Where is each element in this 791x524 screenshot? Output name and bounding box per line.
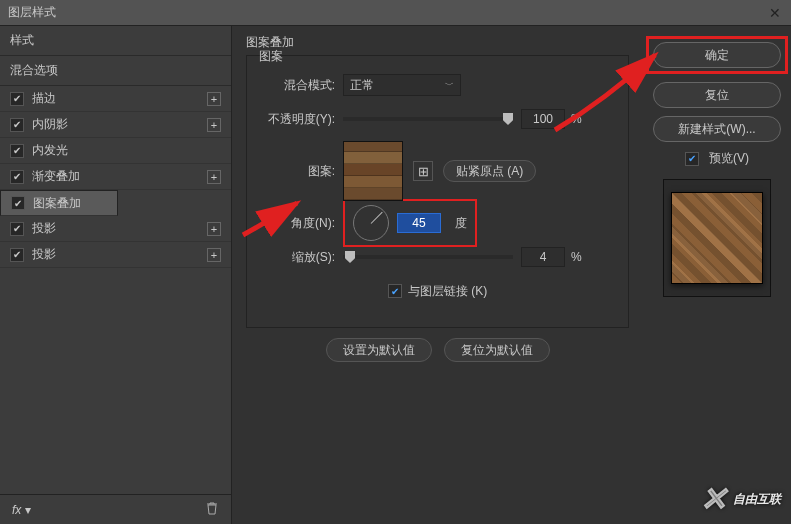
sidebar-item-label: 投影: [32, 220, 207, 237]
opacity-input[interactable]: 100: [521, 109, 565, 129]
scale-input[interactable]: 4: [521, 247, 565, 267]
close-icon[interactable]: ✕: [767, 5, 783, 21]
sidebar-item-label: 投影: [32, 246, 207, 263]
slider-thumb[interactable]: [503, 113, 513, 125]
new-style-button[interactable]: 新建样式(W)...: [653, 116, 781, 142]
sidebar-item-stroke[interactable]: ✔ 描边 +: [0, 86, 231, 112]
opacity-slider[interactable]: [343, 117, 513, 121]
checkbox-icon[interactable]: ✔: [10, 222, 24, 236]
scale-slider[interactable]: [343, 255, 513, 259]
checkbox-icon[interactable]: ✔: [10, 118, 24, 132]
fx-icon[interactable]: fx ▾: [12, 503, 31, 517]
add-effect-icon[interactable]: +: [207, 170, 221, 184]
slider-thumb[interactable]: [345, 251, 355, 263]
group-label: 图案: [259, 48, 620, 65]
sidebar-item-drop-shadow[interactable]: ✔ 投影 +: [0, 216, 231, 242]
angle-highlight: 45 度: [343, 199, 477, 247]
link-layer-label[interactable]: 与图层链接 (K): [408, 283, 487, 300]
add-effect-icon[interactable]: +: [207, 92, 221, 106]
styles-sidebar: 样式 混合选项 ✔ 描边 + ✔ 内阴影 + ✔ 内发光 ✔ 渐变叠加 + ✔ …: [0, 26, 232, 524]
checkbox-icon[interactable]: ✔: [388, 284, 402, 298]
scale-label: 缩放(S):: [255, 249, 335, 266]
action-column: 确定 复位 新建样式(W)... ✔ 预览(V): [643, 26, 791, 524]
sidebar-item-drop-shadow-2[interactable]: ✔ 投影 +: [0, 242, 231, 268]
checkbox-icon[interactable]: ✔: [10, 248, 24, 262]
pattern-label: 图案:: [255, 163, 335, 180]
set-default-button[interactable]: 设置为默认值: [326, 338, 432, 362]
sidebar-item-label: 描边: [32, 90, 207, 107]
sidebar-item-label: 渐变叠加: [32, 168, 207, 185]
preview-box: [663, 179, 771, 297]
snap-origin-button[interactable]: 贴紧原点 (A): [443, 160, 536, 182]
ok-highlight: 确定: [646, 36, 788, 74]
pattern-group: 图案 混合模式: 正常 ﹀ 不透明度(Y): 100 % 图案: ⊞: [246, 55, 629, 328]
sidebar-item-label: 内发光: [32, 142, 221, 159]
blend-mode-select[interactable]: 正常 ﹀: [343, 74, 461, 96]
sidebar-item-gradient-overlay[interactable]: ✔ 渐变叠加 +: [0, 164, 231, 190]
sidebar-header: 样式: [0, 26, 231, 56]
checkbox-icon[interactable]: ✔: [10, 144, 24, 158]
sidebar-item-label: 图案叠加: [33, 195, 107, 212]
preview-swatch: [671, 192, 763, 284]
checkbox-icon[interactable]: ✔: [10, 92, 24, 106]
title-bar: 图层样式 ✕: [0, 0, 791, 26]
opacity-label: 不透明度(Y):: [255, 111, 335, 128]
scale-unit: %: [571, 250, 582, 264]
new-pattern-icon[interactable]: ⊞: [413, 161, 433, 181]
angle-unit: 度: [455, 215, 467, 232]
angle-label: 角度(N):: [255, 215, 335, 232]
angle-input[interactable]: 45: [397, 213, 441, 233]
reset-default-button[interactable]: 复位为默认值: [444, 338, 550, 362]
add-effect-icon[interactable]: +: [207, 248, 221, 262]
reset-button[interactable]: 复位: [653, 82, 781, 108]
checkbox-icon[interactable]: ✔: [11, 196, 25, 210]
watermark-logo-icon: ✕: [700, 480, 727, 518]
sidebar-item-inner-glow[interactable]: ✔ 内发光: [0, 138, 231, 164]
preview-toggle[interactable]: ✔ 预览(V): [685, 150, 749, 167]
sidebar-item-label: 内阴影: [32, 116, 207, 133]
ok-button[interactable]: 确定: [653, 42, 781, 68]
watermark: ✕ 自由互联: [700, 480, 781, 518]
pattern-thumbnail[interactable]: [343, 141, 403, 201]
dialog-body: 样式 混合选项 ✔ 描边 + ✔ 内阴影 + ✔ 内发光 ✔ 渐变叠加 + ✔ …: [0, 26, 791, 524]
sidebar-blend-options[interactable]: 混合选项: [0, 56, 231, 86]
add-effect-icon[interactable]: +: [207, 222, 221, 236]
opacity-unit: %: [571, 112, 582, 126]
blend-mode-label: 混合模式:: [255, 77, 335, 94]
angle-dial[interactable]: [353, 205, 389, 241]
add-effect-icon[interactable]: +: [207, 118, 221, 132]
chevron-down-icon: ﹀: [445, 79, 454, 92]
checkbox-icon[interactable]: ✔: [10, 170, 24, 184]
sidebar-footer: fx ▾: [0, 494, 231, 524]
settings-panel: 图案叠加 图案 混合模式: 正常 ﹀ 不透明度(Y): 100 % 图案:: [232, 26, 643, 524]
window-title: 图层样式: [8, 4, 56, 21]
trash-icon[interactable]: [205, 501, 219, 518]
sidebar-item-pattern-overlay[interactable]: ✔ 图案叠加: [0, 190, 118, 216]
checkbox-icon[interactable]: ✔: [685, 152, 699, 166]
sidebar-item-inner-shadow[interactable]: ✔ 内阴影 +: [0, 112, 231, 138]
